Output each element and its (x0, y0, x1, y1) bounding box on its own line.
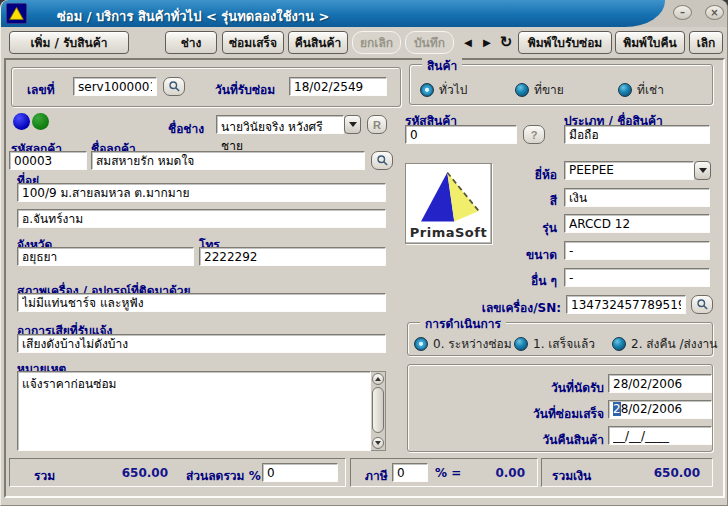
model-input[interactable] (564, 214, 710, 233)
doc-number-label: เลขที่ (27, 80, 55, 99)
doc-number-search-button[interactable] (163, 77, 185, 96)
customer-name-input[interactable] (91, 151, 365, 170)
total-value: 650.00 (90, 466, 168, 480)
exit-button[interactable]: เลิก (689, 31, 723, 54)
technician-button[interactable]: ช่าง (165, 31, 217, 54)
scroll-down-button[interactable] (372, 437, 384, 449)
note-textarea[interactable]: แจ้งราคาก่อนซ่อม (17, 371, 371, 451)
product-type-group: สินค้า ทั่วไป ที่ขาย ที่เช่า (409, 64, 713, 105)
search-icon (168, 80, 181, 93)
technician-value[interactable]: นายวินัยจริง หวังศรีชาย (216, 115, 344, 134)
customer-code-input[interactable] (9, 151, 87, 170)
radio-label: ที่ขาย (534, 80, 564, 99)
brand-value[interactable]: PEEPEE (564, 161, 694, 180)
print-receipt-button[interactable]: พิมพ์ใบรับซ่อม (518, 31, 612, 54)
model-label: รุ่น (471, 218, 557, 237)
radio-product-sold[interactable]: ที่ขาย (515, 80, 564, 99)
radio-icon (612, 337, 626, 351)
finished-date-input[interactable]: 28/02/2006 (608, 400, 712, 419)
brand-dropdown-button[interactable] (694, 161, 711, 180)
note-area-wrap: แจ้งราคาก่อนซ่อม (17, 371, 386, 451)
radio-selected-icon (420, 83, 434, 97)
grand-total-value: 650.00 (654, 466, 700, 480)
chevron-down-icon (699, 168, 707, 173)
product-type-input[interactable] (564, 125, 710, 144)
condition-input[interactable] (17, 293, 386, 312)
tax-input[interactable] (392, 463, 428, 482)
symptom-input[interactable] (17, 334, 386, 353)
size-input[interactable] (564, 241, 710, 260)
other-label: อื่น ๆ (471, 271, 557, 290)
arrow-up-icon (375, 377, 381, 381)
tax-label: ภาษี (365, 466, 388, 485)
radio-icon (618, 83, 632, 97)
discount-input[interactable] (262, 463, 338, 482)
radio-op-in-repair[interactable]: 0. ระหว่างซ่อม (414, 334, 512, 353)
triangle-logo-icon (8, 5, 25, 22)
close-button[interactable]: × (705, 5, 724, 20)
r-button[interactable]: R (367, 115, 387, 134)
print-return-button[interactable]: พิมพ์ใบคืน (615, 31, 685, 54)
technician-combo[interactable]: นายวินัยจริง หวังศรีชาย (216, 115, 361, 134)
next-record-icon[interactable]: ► (478, 33, 496, 51)
search-icon (696, 298, 709, 311)
radio-label: 2. ส่งคืน /ส่งงาน (631, 334, 718, 353)
radio-label: ที่เช่า (637, 80, 664, 99)
serial-search-button[interactable] (691, 295, 713, 314)
product-help-button[interactable]: ? (523, 125, 545, 144)
chevron-down-icon (349, 122, 357, 127)
technician-dropdown-button[interactable] (344, 115, 361, 134)
grand-total-label: รวมเงิน (552, 466, 591, 485)
brand-combo[interactable]: PEEPEE (564, 161, 711, 180)
appointment-date-input[interactable] (608, 374, 712, 393)
app-icon (6, 3, 27, 24)
minimize-icon: – (680, 7, 685, 18)
radio-label: 1. เสร็จแล้ว (533, 334, 595, 353)
title-bar: ซ่อม / บริการ สินค้าทั่วไป < รุ่นทดลองใช… (1, 0, 728, 27)
selected-text: 2 (613, 402, 621, 416)
radio-op-returned[interactable]: 2. ส่งคืน /ส่งงาน (612, 334, 718, 353)
totals-tax-panel: ภาษี % = 0.00 (350, 458, 538, 487)
scroll-up-button[interactable] (372, 373, 384, 385)
color-input[interactable] (564, 188, 710, 207)
note-scrollbar[interactable] (371, 371, 386, 451)
other-input[interactable] (564, 268, 710, 287)
totals-left-panel: รวม 650.00 ส่วนลดรวม % (9, 458, 346, 487)
address-line1-input[interactable] (17, 183, 386, 202)
radio-op-finished[interactable]: 1. เสร็จแล้ว (514, 334, 595, 353)
cancel-button[interactable]: ยกเลิก (352, 31, 401, 54)
operation-group: การดำเนินการ 0. ระหว่างซ่อม 1. เสร็จแล้ว… (407, 322, 713, 356)
return-date-input[interactable] (608, 426, 712, 445)
repair-done-button[interactable]: ซ่อมเสร็จ (222, 31, 284, 54)
province-input[interactable] (17, 247, 194, 266)
arrow-down-icon (375, 441, 381, 445)
appointment-date-label: วันที่นัดรับ (488, 378, 604, 397)
scrollbar-thumb[interactable] (372, 387, 384, 433)
radio-selected-icon (414, 337, 428, 351)
minimize-button[interactable]: – (673, 5, 692, 20)
phone-input[interactable] (199, 247, 386, 266)
doc-number-input[interactable] (73, 77, 157, 96)
product-group-label: สินค้า (422, 56, 462, 75)
window-title: ซ่อม / บริการ สินค้าทั่วไป < รุ่นทดลองใช… (57, 6, 329, 27)
return-goods-button[interactable]: คืนสินค้า (288, 31, 348, 54)
receive-date-label: วันที่รับซ่อม (215, 80, 275, 99)
technician-label: ชื่อช่าง (168, 119, 204, 138)
radio-icon (514, 337, 528, 351)
status-circle-green-icon (32, 113, 49, 130)
radio-label: 0. ระหว่างซ่อม (433, 334, 512, 353)
address-line2-input[interactable] (17, 209, 386, 228)
customer-search-button[interactable] (371, 151, 393, 170)
tax-percent-label: % = (435, 466, 461, 480)
add-receive-button[interactable]: เพิ่ม / รับสินค้า (9, 31, 129, 54)
refresh-icon[interactable]: ↻ (497, 33, 515, 51)
receive-date-input[interactable] (289, 77, 387, 96)
prev-record-icon[interactable]: ◄ (459, 33, 477, 51)
product-code-input[interactable] (405, 125, 517, 144)
tax-amount-value: 0.00 (495, 466, 525, 480)
save-button[interactable]: บันทึก (405, 31, 454, 54)
serial-number-input[interactable] (566, 295, 686, 314)
radio-product-general[interactable]: ทั่วไป (420, 80, 467, 99)
date-text: 8/02/2006 (621, 402, 683, 416)
radio-product-rented[interactable]: ที่เช่า (618, 80, 664, 99)
